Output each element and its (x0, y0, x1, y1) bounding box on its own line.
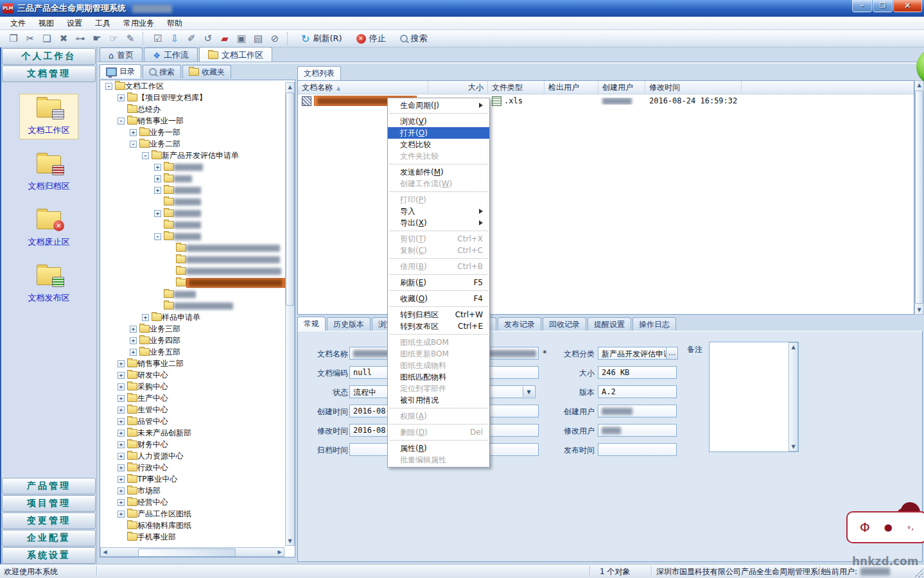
scroll-down-icon[interactable]: ▼ (286, 537, 294, 545)
sidebar-item[interactable]: 文档发布区 (19, 261, 78, 307)
tree-vscroll-thumb[interactable] (286, 92, 294, 306)
eraser-button[interactable]: ▰ (216, 31, 233, 46)
tree-node[interactable]: +生管中心 (100, 404, 295, 416)
expand-icon[interactable]: + (154, 175, 161, 182)
context-menu-item[interactable]: 定位到零部件 (388, 383, 489, 394)
remark-textarea[interactable]: ▲▼ (709, 342, 799, 452)
context-menu-item[interactable]: 借用(B)Ctrl+B (388, 261, 489, 272)
tree-node[interactable]: +未来产品创新部 (100, 427, 295, 439)
tree-node[interactable]: +人力资源中心 (100, 450, 295, 462)
tree-node[interactable]: +业务三部 (100, 323, 295, 335)
context-menu-item[interactable]: 剪切(T)Ctrl+X (388, 233, 489, 245)
refresh-button[interactable]: ↻刷新(R) (294, 31, 349, 46)
scroll-up-icon[interactable]: ▲ (789, 343, 798, 351)
expand-icon[interactable]: + (118, 464, 125, 471)
tree-node[interactable]: +销售事业二部 (100, 358, 295, 369)
context-menu-item[interactable]: 转到发布区Ctrl+E (388, 320, 489, 332)
sidebar-item[interactable]: ✕文档废止区 (19, 206, 78, 251)
tree-node[interactable] (100, 288, 295, 300)
detail-tab[interactable]: 发布记录 (498, 317, 541, 331)
scroll-up-icon[interactable]: ▲ (915, 81, 923, 89)
context-menu-item[interactable]: 导出(X) (388, 217, 489, 229)
tree-node[interactable]: + (100, 161, 295, 173)
column-header[interactable]: 检出用户 (545, 81, 598, 94)
field-input[interactable]: A.2 (598, 385, 677, 398)
collapse-icon[interactable]: - (130, 141, 137, 148)
tree-node[interactable]: 总经办 (100, 103, 295, 115)
expand-icon[interactable]: + (154, 187, 161, 194)
context-menu-item[interactable]: 属性(R) (388, 442, 489, 454)
remark-scrollbar[interactable]: ▲▼ (789, 342, 798, 451)
expand-icon[interactable]: + (118, 499, 125, 506)
sidebar-item[interactable]: 文档归档区 (19, 150, 78, 195)
edit-button[interactable]: ✐ (183, 31, 200, 46)
context-menu-item[interactable]: 转到归档区Ctrl+W (388, 309, 489, 320)
tree-node[interactable] (100, 277, 295, 288)
tree-node[interactable]: +研发中心 (100, 369, 295, 381)
point-button[interactable]: ☞ (105, 31, 122, 46)
tree-node[interactable] (100, 242, 295, 254)
column-header[interactable]: 创建用户 (598, 81, 645, 94)
sidebar-section-button[interactable]: 产品管理 (2, 478, 96, 495)
tree-node[interactable] (100, 254, 295, 265)
collapse-icon[interactable]: - (105, 83, 112, 90)
menu-item[interactable]: 设置 (60, 17, 89, 30)
resize-grip[interactable] (914, 568, 923, 577)
context-menu-item[interactable]: 创建工作流(W) (388, 178, 489, 189)
delete-button[interactable]: ✖ (55, 31, 72, 46)
nav-tab-item[interactable]: ❖工作流 (144, 48, 198, 62)
tree-node[interactable]: +业务五部 (100, 346, 295, 358)
context-menu-item[interactable]: 复制(C)Ctrl+C (388, 245, 489, 256)
context-menu-item[interactable]: 图纸生成BOM (388, 337, 489, 348)
tree-node[interactable]: + (100, 207, 295, 219)
forbid-button[interactable]: ⊘ (266, 31, 283, 46)
context-menu-item[interactable]: 删除(D)Del (388, 426, 489, 438)
expand-icon[interactable]: + (118, 94, 125, 101)
checkin-button[interactable]: ☑ (150, 31, 166, 46)
context-menu-item[interactable]: 打印(P) (388, 194, 489, 206)
expand-icon[interactable]: + (118, 430, 125, 437)
field-input[interactable]: 新产品开发评估申请… (598, 347, 667, 360)
expand-icon[interactable]: + (118, 453, 125, 460)
detail-tab[interactable]: 常规 (297, 317, 326, 331)
tree-node[interactable]: +TP事业中心 (100, 473, 295, 485)
tree-node[interactable]: +市场部 (100, 485, 295, 496)
context-menu-item[interactable]: 文件夹比较 (388, 150, 489, 162)
scroll-right-icon[interactable]: ▶ (275, 548, 284, 556)
context-menu-item[interactable]: 生命周期(I) (388, 100, 489, 111)
context-menu-item[interactable]: 刷新(E)F5 (388, 277, 489, 288)
tree-node[interactable]: +业务一部 (100, 127, 295, 138)
column-header[interactable]: 大小 (428, 81, 488, 94)
tree-tab[interactable]: 收藏夹 (182, 65, 231, 78)
collapse-icon[interactable]: - (142, 152, 149, 159)
expand-icon[interactable]: + (130, 326, 137, 333)
expand-icon[interactable]: + (118, 487, 125, 495)
field-input[interactable] (598, 443, 677, 456)
report-button[interactable]: ▤ (250, 31, 266, 46)
context-menu-item[interactable]: 打开(O) (388, 127, 489, 139)
detail-tab[interactable]: 历史版本 (327, 317, 370, 331)
tree-node[interactable]: + (100, 184, 295, 196)
field-input[interactable] (598, 424, 677, 437)
expand-icon[interactable]: + (118, 383, 125, 390)
tree-node[interactable]: +业务四部 (100, 335, 295, 346)
sidebar-section-button[interactable]: 系统设置 (2, 547, 96, 564)
sidebar-section-button[interactable]: 文档管理 (2, 66, 96, 82)
context-menu-item[interactable]: 发送邮件(M) (388, 166, 489, 178)
tree-node[interactable]: +产品工作区图纸 (100, 508, 295, 520)
context-menu-item[interactable]: 图纸更新BOM (388, 348, 489, 360)
tree-node[interactable]: -文档工作区 (100, 80, 295, 92)
tree-node[interactable]: +生产中心 (100, 392, 295, 404)
tree-node[interactable]: +样品申请单 (100, 311, 295, 323)
context-menu-item[interactable]: 被引用情况 (388, 394, 489, 406)
tree-node[interactable]: + (100, 173, 295, 184)
restore-button[interactable]: ❐ (873, 0, 893, 12)
tree-node[interactable]: 手机事业部 (100, 531, 295, 543)
print-button[interactable]: ▣ (233, 31, 250, 46)
tree-node[interactable] (100, 219, 295, 231)
context-menu-item[interactable]: 导入 (388, 206, 489, 217)
undo-checkout-button[interactable]: ↺ (200, 31, 216, 46)
context-menu-item[interactable]: 浏览(V) (388, 116, 489, 127)
tree-node[interactable]: -销售事业一部 (100, 115, 295, 127)
column-header[interactable]: 修改时间 (645, 81, 742, 94)
